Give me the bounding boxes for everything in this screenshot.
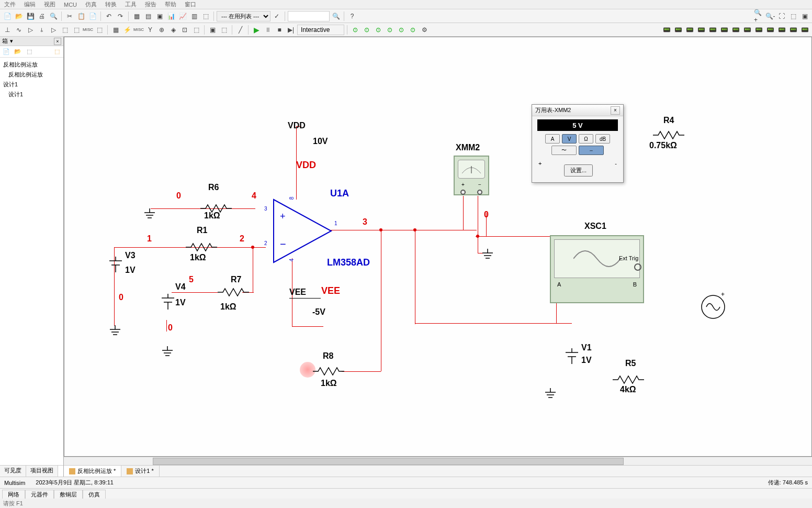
undo-icon[interactable]: ↶ xyxy=(104,11,114,21)
instr1-icon[interactable]: 📟 xyxy=(661,25,672,35)
sheet2-icon[interactable]: ▤ xyxy=(143,11,153,21)
mm-ac[interactable]: 〜 xyxy=(551,146,577,155)
gnd-r6[interactable] xyxy=(142,208,157,221)
sb-opts2-icon[interactable]: ⬚ xyxy=(53,48,61,56)
paste-icon[interactable]: 📄 xyxy=(87,11,98,21)
copy-icon[interactable]: 📋 xyxy=(76,11,86,21)
ac-source[interactable]: + xyxy=(700,289,726,325)
rf-icon[interactable]: Y xyxy=(145,25,155,35)
graph-icon[interactable]: 📈 xyxy=(177,11,188,21)
em-icon[interactable]: ⊕ xyxy=(156,25,167,35)
instr8-icon[interactable]: 📟 xyxy=(742,25,752,35)
mm-mode-a[interactable]: A xyxy=(545,134,560,143)
conn-icon[interactable]: ⊡ xyxy=(179,25,190,35)
analog-icon[interactable]: ▷ xyxy=(48,25,59,35)
tree-root[interactable]: 反相比例运放 xyxy=(2,60,61,70)
menu-view[interactable]: 视图 xyxy=(44,1,55,8)
run-icon[interactable]: ▶ xyxy=(251,25,262,35)
instr6-icon[interactable]: 📟 xyxy=(719,25,729,35)
doc-tab-0[interactable]: 反相比例运放 * xyxy=(64,466,121,477)
transistor-icon[interactable]: ⫰ xyxy=(37,25,47,35)
cmos-icon[interactable]: ⬚ xyxy=(71,25,82,35)
cut-icon[interactable]: ✂ xyxy=(64,11,75,21)
sidebar-pin-icon[interactable]: ▾ xyxy=(10,38,13,45)
v3-symbol[interactable] xyxy=(105,257,126,272)
tab-component[interactable]: 元器件 xyxy=(25,490,54,499)
probe2-icon[interactable]: ⊙ xyxy=(362,25,372,35)
zoomin-icon[interactable]: 🔍+ xyxy=(753,11,764,21)
probe1-icon[interactable]: ⊙ xyxy=(350,25,360,35)
menu-report[interactable]: 报告 xyxy=(145,1,156,8)
instr13-icon[interactable]: 📟 xyxy=(799,25,810,35)
src-icon[interactable]: ⊥ xyxy=(2,25,13,35)
instr3-icon[interactable]: 📟 xyxy=(684,25,695,35)
instr7-icon[interactable]: 📟 xyxy=(730,25,741,35)
schematic-canvas[interactable]: VDD 10V VDD R6 1kΩ 0 4 R1 1kΩ 1 2 V xyxy=(64,37,812,457)
instr5-icon[interactable]: 📟 xyxy=(707,25,718,35)
print-icon[interactable]: 🖨 xyxy=(37,11,47,21)
hier-icon[interactable]: ▣ xyxy=(207,25,218,35)
menu-file[interactable]: 文件 xyxy=(4,1,16,8)
wire-icon[interactable]: ╱ xyxy=(235,25,245,35)
gear-icon[interactable]: ⚙ xyxy=(419,25,430,35)
r7-symbol[interactable] xyxy=(218,287,249,297)
nist-icon[interactable]: ◈ xyxy=(168,25,178,35)
stop-icon[interactable]: ■ xyxy=(274,25,285,35)
fullscreen-icon[interactable]: ▣ xyxy=(799,11,810,21)
r4-symbol[interactable] xyxy=(653,130,684,140)
v1-symbol[interactable] xyxy=(561,348,582,364)
search-input[interactable] xyxy=(288,11,330,21)
tree-item-1[interactable]: 设计1 xyxy=(2,80,61,90)
gnd-v1[interactable] xyxy=(543,388,558,401)
preview-icon[interactable]: 🔍 xyxy=(48,11,59,21)
parts-icon[interactable]: ⬚ xyxy=(200,11,211,21)
mm-mode-db[interactable]: dB xyxy=(595,134,610,143)
help-icon[interactable]: ? xyxy=(347,11,357,21)
sidebar-tab-visibility[interactable]: 可见度 xyxy=(0,466,26,477)
misc-icon[interactable]: MISC xyxy=(83,25,93,35)
pause-icon[interactable]: ⏸ xyxy=(263,25,273,35)
open-icon[interactable]: 📂 xyxy=(14,11,24,21)
sheet-icon[interactable]: ▦ xyxy=(131,11,142,21)
db-icon[interactable]: ▣ xyxy=(154,11,165,21)
instr12-icon[interactable]: 📟 xyxy=(788,25,798,35)
close-icon[interactable]: × xyxy=(611,106,620,115)
menu-window[interactable]: 窗口 xyxy=(185,1,196,8)
mm-mode-v[interactable]: V xyxy=(562,134,577,143)
mode-label[interactable]: Interactive xyxy=(297,25,344,35)
instr11-icon[interactable]: 📟 xyxy=(776,25,787,35)
save-icon[interactable]: 💾 xyxy=(25,11,36,21)
tab-net[interactable]: 网络 xyxy=(2,490,25,499)
basic-icon[interactable]: ∿ xyxy=(14,25,24,35)
mcu-icon[interactable]: ⬚ xyxy=(191,25,201,35)
multimeter-window[interactable]: 万用表-XMM2 × 5 V A V Ω dB 〜 ⎓ + 设置... - xyxy=(532,104,624,183)
xmm2-symbol[interactable]: +− xyxy=(454,156,489,195)
zoomsel-icon[interactable]: ⬚ xyxy=(788,11,798,21)
tab-sim[interactable]: 仿真 xyxy=(83,490,106,499)
mm-mode-ohm[interactable]: Ω xyxy=(579,134,593,143)
tab-copper[interactable]: 敷铜层 xyxy=(54,490,83,499)
pwr-icon[interactable]: ⚡ xyxy=(122,25,132,35)
sb-new-icon[interactable]: 📄 xyxy=(2,48,10,56)
tree-item-0[interactable]: 反相比例运放 xyxy=(2,70,61,80)
ind-icon[interactable]: ▦ xyxy=(110,25,121,35)
mixed-icon[interactable]: ⬚ xyxy=(94,25,105,35)
mm-settings-btn[interactable]: 设置... xyxy=(564,164,593,176)
diode-icon[interactable]: ▷ xyxy=(25,25,36,35)
instr2-icon[interactable]: 📟 xyxy=(673,25,683,35)
menu-help[interactable]: 帮助 xyxy=(165,1,176,8)
doc-tab-1[interactable]: 设计1 * xyxy=(121,466,159,477)
instr4-icon[interactable]: 📟 xyxy=(696,25,706,35)
search-go-icon[interactable]: 🔍 xyxy=(331,11,341,21)
r8-symbol[interactable] xyxy=(313,366,344,377)
redo-icon[interactable]: ↷ xyxy=(115,11,126,21)
menu-tools[interactable]: 工具 xyxy=(125,1,137,8)
new-icon[interactable]: 📄 xyxy=(2,11,13,21)
menu-sim[interactable]: 仿真 xyxy=(85,1,97,8)
probe3-icon[interactable]: ⊙ xyxy=(373,25,384,35)
gnd-xmm2[interactable] xyxy=(480,249,495,261)
xsc1-symbol[interactable]: AB xyxy=(550,235,644,303)
zoomout-icon[interactable]: 🔍- xyxy=(765,11,775,21)
sidebar-tab-project[interactable]: 项目视图 xyxy=(26,466,58,477)
sb-opts-icon[interactable]: ⬚ xyxy=(25,48,33,56)
